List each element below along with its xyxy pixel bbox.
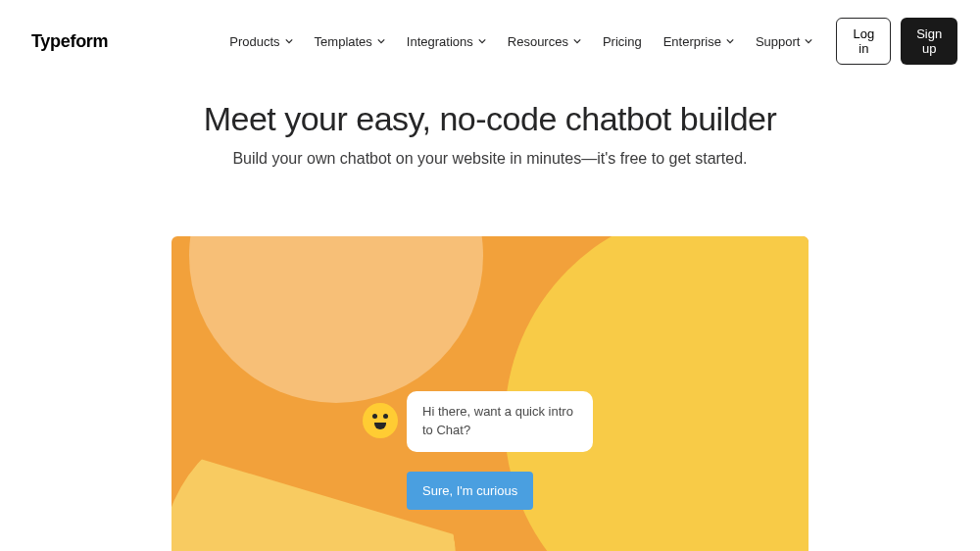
- chat-message-bubble: Hi there, want a quick intro to Chat?: [407, 391, 593, 452]
- hero-section: Meet your easy, no-code chatbot builder …: [0, 82, 980, 197]
- chat-reply-button[interactable]: Sure, I'm curious: [407, 472, 533, 510]
- chevron-down-icon: [805, 37, 812, 45]
- nav-label: Pricing: [603, 34, 642, 49]
- chatbot-avatar-icon: [363, 403, 398, 438]
- nav-templates[interactable]: Templates: [315, 34, 385, 49]
- chevron-down-icon: [726, 37, 734, 45]
- nav-label: Products: [229, 34, 279, 49]
- nav-integrations[interactable]: Integrations: [407, 34, 486, 49]
- page-title: Meet your easy, no-code chatbot builder: [0, 100, 980, 138]
- nav-label: Enterprise: [663, 34, 721, 49]
- nav-label: Integrations: [407, 34, 473, 49]
- nav-pricing[interactable]: Pricing: [603, 34, 642, 49]
- nav-enterprise[interactable]: Enterprise: [663, 34, 734, 49]
- avatar-mouth: [374, 423, 386, 429]
- nav-label: Support: [756, 34, 801, 49]
- chevron-down-icon: [573, 37, 581, 45]
- signup-button[interactable]: Sign up: [901, 18, 957, 65]
- site-header: Typeform Products Templates Integrations…: [0, 0, 980, 82]
- login-button[interactable]: Log in: [836, 18, 891, 65]
- nav-label: Templates: [315, 34, 372, 49]
- main-nav: Products Templates Integrations Resource…: [229, 34, 812, 49]
- page-subtitle: Build your own chatbot on your website i…: [0, 150, 980, 168]
- hero-illustration: Hi there, want a quick intro to Chat? Su…: [172, 236, 808, 551]
- auth-buttons: Log in Sign up: [836, 18, 957, 65]
- nav-products[interactable]: Products: [229, 34, 292, 49]
- chevron-down-icon: [478, 37, 486, 45]
- brand-logo[interactable]: Typeform: [31, 31, 108, 52]
- nav-label: Resources: [508, 34, 568, 49]
- chevron-down-icon: [285, 37, 293, 45]
- nav-support[interactable]: Support: [756, 34, 813, 49]
- decorative-shape: [189, 236, 483, 403]
- nav-resources[interactable]: Resources: [508, 34, 581, 49]
- chevron-down-icon: [377, 37, 385, 45]
